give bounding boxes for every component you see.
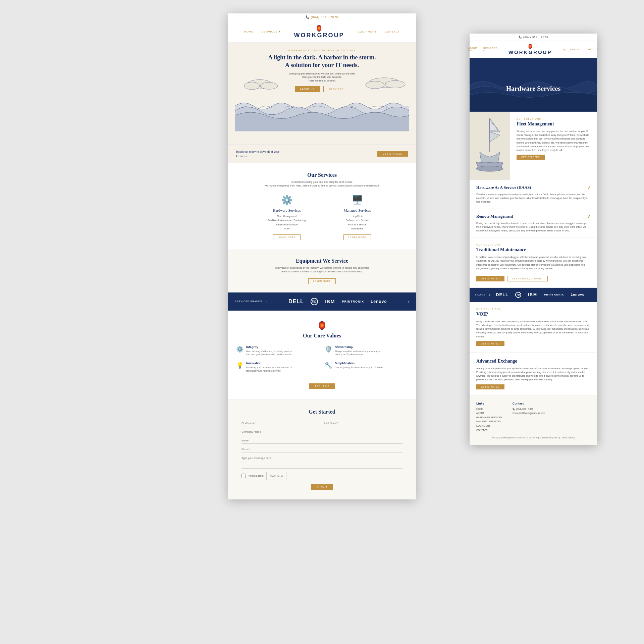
services-title: Our Services [236, 172, 408, 178]
overlay-top-bar: 📞 (864) 354 · 7876 [470, 34, 597, 41]
hardware-learn-more[interactable]: LEARN MORE [273, 234, 301, 240]
overlay-nav-services[interactable]: SERVICES ▾ [483, 47, 498, 52]
phone-input[interactable] [241, 446, 402, 452]
services-button[interactable]: SERVICES [323, 86, 349, 92]
cta-text: Reach out today to solve all of yourIT n… [236, 150, 279, 158]
value-simplification: 🔧 Simplification One-stop-shop for all a… [325, 362, 408, 373]
hero-subtitle: WORKGROUP MANAGEMENT SOLUTIONS [228, 49, 416, 52]
message-input[interactable] [241, 455, 402, 469]
footer-link-equipment[interactable]: EQUIPMENT [476, 424, 502, 428]
haas-title: Hardware As A Service (HAAS) [476, 185, 531, 190]
recaptcha-icon: reCAPTCHA [270, 475, 283, 477]
equipment-learn-more[interactable]: LEARN MORE [308, 278, 336, 284]
last-name-input[interactable] [324, 420, 402, 426]
footer-phone: 📞 (864) 354 · 7870 [513, 407, 545, 412]
next-brand-arrow[interactable]: › [408, 299, 409, 304]
footer-link-managed[interactable]: MANAGED SERVICES [476, 420, 502, 424]
email-field [241, 438, 402, 444]
managed-card: 🖥️ Managed Services Help Desk Software a… [327, 195, 387, 240]
list-item: Software as a Service [327, 218, 387, 223]
overlay-logo[interactable]: 🏮 WORKGROUP [508, 44, 552, 55]
footer-links-title: Links [476, 402, 502, 405]
contact-form: I'm not a robot reCAPTCHA SUBMIT [241, 420, 402, 490]
dell-logo: DELL [288, 299, 304, 305]
traditional-section: OUR SOLUTIONS Traditional Maintenance In… [470, 237, 597, 288]
hardware-icon: ⚙️ [257, 195, 317, 206]
logo[interactable]: 🏮 WORKGROUP [294, 24, 344, 39]
solutions-label: OUR SOLUTIONS [517, 118, 590, 120]
about-button[interactable]: ABOUT US [295, 86, 320, 92]
nav-equipment[interactable]: EQUIPMENT [358, 30, 377, 33]
main-nav: HOME SERVICES ▾ 🏮 WORKGROUP EQUIPMENT CO… [228, 21, 416, 43]
about-us-button[interactable]: ABOUT US [309, 383, 335, 389]
haas-chevron[interactable]: ∨ [587, 185, 590, 191]
exchange-get-started-btn[interactable]: GET STARTED [476, 384, 504, 389]
overlay-logo-text: WORKGROUP [508, 49, 552, 55]
brands-logos: DELL hp IBM PRINTRONIX Lenovo [272, 298, 404, 305]
last-name-field [324, 420, 402, 426]
managed-learn-more[interactable]: LEARN MORE [343, 234, 371, 240]
voip-body: Many businesses have been transitioning … [476, 320, 590, 338]
brands-label: SERVICED BRANDS [235, 300, 262, 303]
simplification-desc: One-stop-shop for all aspects of your IT… [335, 366, 384, 369]
stewardship-icon: 🛡️ [325, 345, 332, 353]
managed-title: Managed Services [327, 208, 387, 212]
first-name-field [241, 420, 320, 426]
hero-buttons: ABOUT US SERVICES [228, 86, 416, 92]
overlay-brands-label: BRANDS [475, 294, 485, 296]
lantern-icon: 🏮 [315, 24, 323, 32]
submit-button[interactable]: SUBMIT [311, 484, 333, 490]
nav-services[interactable]: SERVICES ▾ [262, 30, 281, 33]
nav-contact[interactable]: CONTACT [385, 30, 400, 33]
remote-section: Remote Management ∨ During the current h… [470, 209, 597, 238]
first-name-input[interactable] [241, 420, 320, 426]
traditional-get-started-btn[interactable]: GET STARTED [476, 276, 504, 281]
remote-body: During the current high transition towar… [476, 221, 590, 233]
message-row [241, 455, 402, 469]
serviced-equipment-btn[interactable]: SERVICED EQUIPMENT [507, 276, 548, 281]
overlay-brands-logos: DELL hp IBM PRINTRONIX Lenovo [493, 292, 587, 298]
remote-chevron[interactable]: ∨ [587, 214, 590, 219]
footer-link-contact[interactable]: CONTACT [476, 428, 502, 433]
core-values-section: 🏮 Our Core Values ⚙️ Integrity Hard work… [228, 311, 416, 399]
core-values-title: Our Core Values [236, 333, 408, 339]
overlay-hero: Hardware Services [470, 58, 597, 112]
overlay-lenovo-logo: Lenovo [571, 293, 585, 297]
get-started-button[interactable]: GET STARTED [377, 151, 408, 157]
overlay-page: 📞 (864) 354 · 7876 ABOUT US SERVICES ▾ 🏮… [470, 34, 597, 445]
traditional-title: Traditional Maintenance [476, 247, 590, 253]
footer-link-about[interactable]: ABOUT [476, 411, 502, 416]
innovation-icon: 💡 [236, 362, 244, 369]
fleet-get-started-btn[interactable]: GET STARTED [517, 155, 545, 160]
email-input[interactable] [241, 438, 402, 444]
nav-about[interactable]: HOME [244, 30, 254, 33]
voip-get-started-btn[interactable]: GET STARTED [476, 341, 504, 346]
footer-link-home[interactable]: HOME [476, 407, 502, 412]
hp-logo: hp [311, 298, 318, 305]
value-stewardship-text: Stewardship Always available and there f… [335, 345, 381, 357]
overlay-nav-about[interactable]: ABOUT US [468, 47, 478, 52]
company-input[interactable] [241, 429, 402, 435]
hero-text: WORKGROUP MANAGEMENT SOLUTIONS A light i… [228, 49, 416, 92]
overlay-next-arrow[interactable]: › [590, 292, 592, 297]
overlay-nav: ABOUT US SERVICES ▾ 🏮 WORKGROUP EQUIPMEN… [470, 41, 597, 58]
overlay-nav-contact[interactable]: CONTACT [585, 48, 598, 51]
overlay-phone-icon: 📞 [519, 36, 522, 39]
exchange-section: Advanced Exchange Already have equipment… [470, 353, 597, 396]
equipment-desc: With years of experience in the industry… [236, 266, 408, 274]
ship-image-area [470, 112, 510, 180]
simplification-icon: 🔧 [325, 362, 332, 369]
equipment-section: Equipment We Service With years of exper… [228, 250, 416, 292]
captcha-checkbox[interactable] [241, 474, 246, 478]
footer-email[interactable]: ✉ contact@workgroup-ms.com [513, 411, 545, 416]
overlay-lantern-icon: 🏮 [527, 44, 533, 49]
overlay-hero-title: Hardware Services [476, 68, 590, 93]
overlay-prev-arrow[interactable]: ‹ [489, 292, 490, 297]
innovation-title: Innovation [246, 362, 292, 365]
prev-brand-arrow[interactable]: ‹ [266, 299, 268, 304]
fleet-title: Fleet Management [517, 121, 590, 127]
value-innovation-text: Innovation Providing your business with … [246, 362, 292, 373]
overlay-nav-equipment[interactable]: EQUIPMENT [562, 48, 580, 51]
footer-link-hardware[interactable]: HARDWARE SERVICES [476, 416, 502, 420]
fleet-body: Working with your team, we help you find… [517, 129, 590, 152]
